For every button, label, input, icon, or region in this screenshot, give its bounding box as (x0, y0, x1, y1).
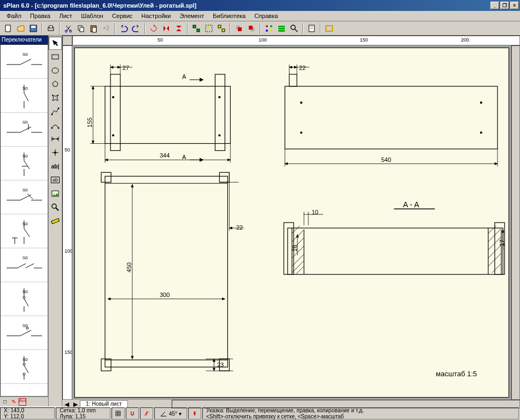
menu-library[interactable]: Библиотека (208, 11, 250, 20)
line-tool[interactable] (49, 105, 62, 118)
ungroup-button[interactable] (215, 22, 227, 34)
svg-line-145 (292, 261, 304, 273)
dimension-tool[interactable] (49, 132, 62, 145)
sheet-tab[interactable]: 1: Новый лист (80, 400, 128, 408)
symbol-item[interactable]: S0 (1, 316, 48, 350)
menu-edit[interactable]: Правка (26, 11, 55, 20)
tab-scroll-right[interactable]: ▶ (71, 401, 80, 408)
svg-rect-127 (101, 359, 111, 371)
new-button[interactable] (2, 22, 14, 34)
status-marker[interactable] (188, 407, 201, 419)
technical-drawing (75, 48, 509, 397)
menu-sheet[interactable]: Лист (55, 11, 77, 20)
symbol-item[interactable]: S0 (1, 214, 48, 248)
menu-template[interactable]: Шаблон (77, 11, 108, 20)
svg-point-80 (51, 127, 53, 129)
svg-rect-2 (31, 26, 36, 28)
ruler-corner (62, 36, 72, 45)
status-coords: X: 143,0 Y: 112,0 (0, 407, 55, 419)
menu-settings[interactable]: Настройки (137, 11, 176, 20)
copy-button[interactable] (75, 22, 87, 34)
svg-rect-94 (215, 74, 225, 151)
ruler-horizontal[interactable]: 50 100 150 200 (72, 36, 520, 45)
main-area: Переключатели S0 S0 S0 S0 S0 S0 S0 S0 S0… (0, 36, 520, 406)
lib-edit-icon[interactable]: ✎ (10, 398, 17, 406)
library-category[interactable]: Переключатели (0, 36, 48, 44)
components-button[interactable] (263, 22, 275, 34)
svg-rect-32 (326, 26, 332, 31)
flip-h-button[interactable] (160, 22, 172, 34)
dimension-value: 27 (122, 65, 129, 71)
dimension-value: 23 (217, 361, 224, 368)
menu-element[interactable]: Элемент (175, 11, 208, 20)
symbol-item[interactable]: S0 (1, 282, 48, 316)
drawing-canvas[interactable]: 27 22 155 344 540 A A 22 450 300 23 10 1… (74, 48, 509, 398)
dimension-value: 155 (86, 118, 93, 127)
symbol-label: S0 (22, 120, 28, 125)
maximize-button[interactable]: ❐ (500, 2, 509, 9)
menu-service[interactable]: Сервис (108, 11, 137, 20)
svg-point-81 (58, 127, 60, 129)
symbol-item[interactable]: S0 (1, 45, 48, 79)
image-tool[interactable] (49, 187, 62, 200)
open-button[interactable] (15, 22, 27, 34)
shape-tool[interactable] (49, 78, 62, 91)
cut-button[interactable] (62, 22, 74, 34)
tool-palette: ab| ab (49, 36, 62, 406)
symbol-item[interactable]: S0 (1, 79, 48, 113)
circle-tool[interactable] (49, 64, 62, 77)
ruler-vertical[interactable]: 50 100 150 (62, 45, 72, 400)
svg-line-151 (488, 253, 501, 266)
print-button[interactable] (45, 22, 57, 34)
flip-v-button[interactable] (173, 22, 185, 34)
vertical-scrollbar[interactable] (511, 45, 520, 400)
polygon-tool[interactable] (49, 91, 62, 104)
svg-rect-163 (194, 411, 196, 415)
frame-button[interactable] (323, 22, 335, 34)
status-snap-button[interactable] (126, 407, 139, 419)
rotate-button[interactable] (148, 22, 160, 34)
lib-label-icon[interactable]: Bcd (19, 398, 26, 406)
align-button[interactable] (190, 22, 202, 34)
numbering-button[interactable] (276, 22, 288, 34)
undo-button[interactable] (118, 22, 130, 34)
symbol-list[interactable]: S0 S0 S0 S0 S0 S0 S0 S0 S0 S0 (0, 44, 48, 396)
front-button[interactable] (233, 22, 245, 34)
pointer-tool[interactable] (49, 37, 62, 50)
svg-point-76 (52, 95, 53, 96)
symbol-item[interactable]: S0 (1, 180, 48, 214)
measure-tool[interactable] (49, 214, 62, 228)
lib-new-icon[interactable]: □ (1, 398, 9, 406)
sheet-button[interactable] (306, 22, 318, 34)
redo-button[interactable] (130, 22, 142, 34)
status-grid-button[interactable] (112, 407, 125, 419)
tab-scroll-left[interactable]: ◀ (62, 401, 71, 408)
menu-help[interactable]: Справка (250, 11, 282, 20)
x2-button[interactable]: ×2 (100, 22, 112, 34)
symbol-item[interactable]: S0 (1, 248, 48, 282)
search-button[interactable] (288, 22, 300, 34)
back-button[interactable] (246, 22, 258, 34)
zoom-tool[interactable] (49, 201, 62, 214)
status-rubber-button[interactable] (140, 407, 153, 419)
minimize-button[interactable]: _ (490, 2, 499, 9)
status-angle[interactable]: 45° ▾ (154, 407, 187, 419)
textbox-tool[interactable]: ab (49, 173, 62, 186)
close-button[interactable]: × (510, 2, 519, 9)
text-tool[interactable]: ab| (49, 160, 62, 173)
svg-point-70 (23, 363, 25, 365)
canvas-viewport[interactable]: 27 22 155 344 540 A A 22 450 300 23 10 1… (72, 45, 511, 400)
symbol-item[interactable]: S0 (1, 113, 48, 147)
group-button[interactable] (203, 22, 215, 34)
save-button[interactable] (27, 22, 39, 34)
curve-tool[interactable] (49, 119, 62, 132)
marker-icon (192, 410, 197, 417)
symbol-item[interactable]: S0 (1, 350, 48, 384)
menu-file[interactable]: Файл (2, 11, 26, 20)
svg-rect-25 (278, 26, 285, 27)
ruler-tick: 50 (157, 37, 163, 43)
symbol-item[interactable]: S0 (1, 147, 48, 180)
junction-tool[interactable] (49, 146, 62, 159)
paste-button[interactable] (87, 22, 100, 34)
rect-tool[interactable] (49, 50, 62, 63)
